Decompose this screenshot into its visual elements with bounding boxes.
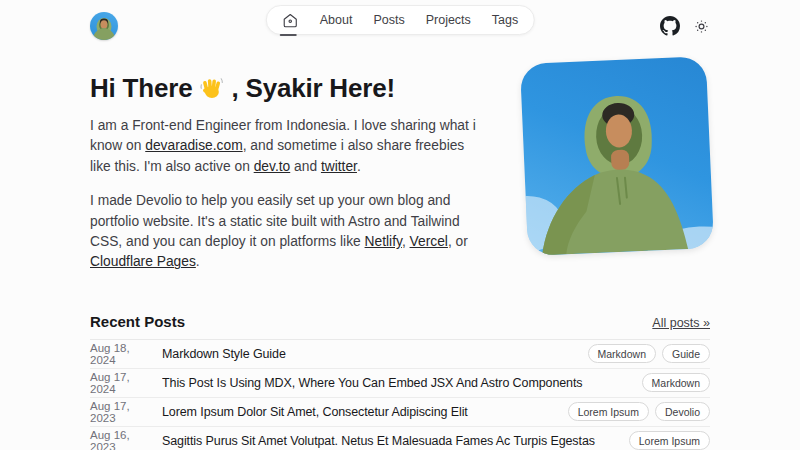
post-title-link[interactable]: Markdown Style Guide [162, 347, 578, 361]
tag-pill[interactable]: Markdown [642, 373, 710, 392]
post-row: Aug 17, 2023 Lorem Ipsum Dolor Sit Amet,… [90, 398, 710, 427]
post-date: Aug 17, 2024 [90, 371, 152, 395]
post-date: Aug 16, 2023 [90, 429, 152, 450]
link-devto[interactable]: dev.to [254, 159, 291, 174]
theme-toggle-button[interactable] [693, 18, 710, 35]
nav-link-posts[interactable]: Posts [373, 13, 404, 27]
text-segment: and [290, 159, 321, 174]
tag-pill[interactable]: Markdown [588, 344, 656, 363]
text-segment: . [196, 254, 200, 269]
link-devaradise[interactable]: devaradise.com [145, 138, 242, 153]
link-vercel[interactable]: Vercel [410, 234, 448, 249]
avatar[interactable] [90, 12, 118, 40]
waving-hand-emoji [198, 75, 225, 102]
post-row: Aug 18, 2024 Markdown Style Guide Markdo… [90, 340, 710, 369]
page-container: About Posts Projects Tags [90, 6, 710, 450]
recent-posts-list: Aug 18, 2024 Markdown Style Guide Markdo… [90, 340, 710, 450]
hero-text: Hi There , Syakir Here! I am a Front-end [90, 46, 480, 287]
title-pre: Hi There [90, 72, 192, 104]
tag-pill[interactable]: Lorem Ipsum [568, 402, 649, 421]
nav-link-projects[interactable]: Projects [426, 13, 471, 27]
top-icons [660, 16, 710, 36]
post-title-link[interactable]: Sagittis Purus Sit Amet Volutpat. Netus … [162, 434, 619, 448]
nav-link-tags[interactable]: Tags [492, 13, 518, 27]
recent-posts-section: Recent Posts All posts » Aug 18, 2024 Ma… [90, 313, 710, 450]
github-link[interactable] [660, 16, 680, 36]
post-title-link[interactable]: Lorem Ipsum Dolor Sit Amet, Consectetur … [162, 405, 558, 419]
hero-photo-illustration [520, 56, 714, 256]
title-post: , Syakir Here! [231, 72, 394, 104]
recent-posts-header: Recent Posts All posts » [90, 313, 710, 340]
hero-section: Hi There , Syakir Here! I am a Front-end [90, 46, 710, 287]
post-row: Aug 16, 2023 Sagittis Purus Sit Amet Vol… [90, 427, 710, 450]
active-page-indicator [280, 34, 297, 37]
post-row: Aug 17, 2024 This Post Is Using MDX, Whe… [90, 369, 710, 398]
tag-pill[interactable]: Devolio [655, 402, 710, 421]
post-date: Aug 17, 2023 [90, 400, 152, 424]
nav-home-link[interactable] [282, 12, 299, 29]
main-nav: About Posts Projects Tags [266, 5, 535, 35]
home-icon [282, 12, 299, 29]
post-tags: Lorem IpsumDevolio [568, 402, 710, 421]
tag-pill[interactable]: Lorem Ipsum [629, 431, 710, 450]
page-title: Hi There , Syakir Here! [90, 72, 480, 104]
github-icon [660, 16, 680, 36]
all-posts-link[interactable]: All posts » [652, 316, 710, 330]
link-netlify[interactable]: Netlify [365, 234, 402, 249]
hero-paragraph-2: I made Devolio to help you easily set up… [90, 191, 480, 273]
hero-photo [520, 56, 714, 256]
post-tags: Lorem Ipsum [629, 431, 710, 450]
recent-posts-title: Recent Posts [90, 313, 185, 330]
post-date: Aug 18, 2024 [90, 342, 152, 366]
hero-paragraph-1: I am a Front-end Engineer from Indonesia… [90, 116, 480, 177]
text-segment: , or [448, 234, 468, 249]
nav-link-about[interactable]: About [320, 13, 353, 27]
top-navigation-bar: About Posts Projects Tags [90, 6, 710, 46]
post-tags: MarkdownGuide [588, 344, 710, 363]
tag-pill[interactable]: Guide [662, 344, 710, 363]
post-title-link[interactable]: This Post Is Using MDX, Where You Can Em… [162, 376, 632, 390]
post-tags: Markdown [642, 373, 710, 392]
avatar-photo [90, 12, 118, 40]
link-cloudflare-pages[interactable]: Cloudflare Pages [90, 254, 196, 269]
sun-icon [693, 18, 710, 35]
text-segment: , [402, 234, 410, 249]
text-segment: . [357, 159, 361, 174]
link-twitter[interactable]: twitter [321, 159, 357, 174]
